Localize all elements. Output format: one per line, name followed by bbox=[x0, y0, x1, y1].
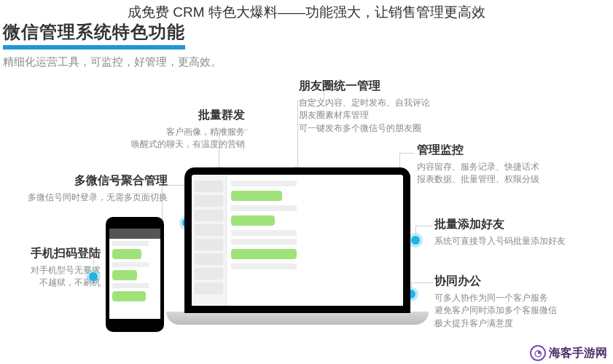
feature-desc: 自定义内容、定时发布、自我评论朋友圈素材库管理可一键发布多个微信号的朋友圈 bbox=[299, 97, 488, 135]
feature-moments: 朋友圈统一管理 自定义内容、定时发布、自我评论朋友圈素材库管理可一键发布多个微信… bbox=[299, 79, 488, 135]
feature-desc: 多微信号同时登录，无需多页面切换 bbox=[16, 191, 168, 204]
watermark: ◔ 海客手游网 bbox=[530, 345, 607, 361]
feature-desc: 内容留存、服务记录、快捷话术报表数据、批量管理、权限分级 bbox=[417, 161, 585, 186]
feature-scan-login: 手机扫码登陆 对手机型号无要求不越狱，不刷机 bbox=[0, 246, 101, 290]
watermark-brand: 海客手游网 bbox=[549, 346, 607, 361]
feature-desc: 对手机型号无要求不越狱，不刷机 bbox=[0, 264, 101, 290]
feature-desc: 系统可直接导入号码批量添加好友 bbox=[434, 235, 602, 248]
phone-illustration bbox=[106, 217, 164, 332]
page-top-title: 成免费 CRM 特色大爆料——功能强大，让销售管理更高效 bbox=[0, 0, 613, 22]
feature-title: 多微信号聚合管理 bbox=[16, 173, 168, 189]
feature-title: 手机扫码登陆 bbox=[0, 246, 101, 261]
laptop-illustration bbox=[166, 167, 429, 346]
connector-line bbox=[297, 100, 298, 170]
feature-title: 协同办公 bbox=[434, 274, 602, 289]
feature-title: 朋友圈统一管理 bbox=[299, 79, 488, 94]
feature-multi-account: 多微信号聚合管理 多微信号同时登录，无需多页面切换 bbox=[16, 173, 168, 204]
feature-batch-send: 批量群发 客户画像，精准服务唤醒式的聊天，有温度的营销 bbox=[93, 108, 245, 151]
watermark-icon: ◔ bbox=[530, 345, 546, 361]
section-subtitle: 精细化运营工具，可监控，好管理，更高效。 bbox=[3, 55, 222, 69]
feature-desc: 客户画像，精准服务唤醒式的聊天，有温度的营销 bbox=[93, 126, 245, 151]
feature-title: 批量添加好友 bbox=[434, 217, 602, 232]
connector-line bbox=[399, 153, 414, 154]
section-title: 微信管理系统特色功能 bbox=[3, 20, 185, 50]
feature-desc: 可多人协作为同一个客户服务避免客户同时添加多个客服微信极大提升客户满意度 bbox=[434, 292, 602, 330]
feature-title: 管理监控 bbox=[417, 143, 585, 158]
feature-title: 批量群发 bbox=[93, 108, 245, 123]
feature-monitor: 管理监控 内容留存、服务记录、快捷话术报表数据、批量管理、权限分级 bbox=[417, 143, 585, 186]
feature-batch-add: 批量添加好友 系统可直接导入号码批量添加好友 bbox=[434, 217, 602, 248]
feature-collab: 协同办公 可多人协作为同一个客户服务避免客户同时添加多个客服微信极大提升客户满意… bbox=[434, 274, 602, 330]
